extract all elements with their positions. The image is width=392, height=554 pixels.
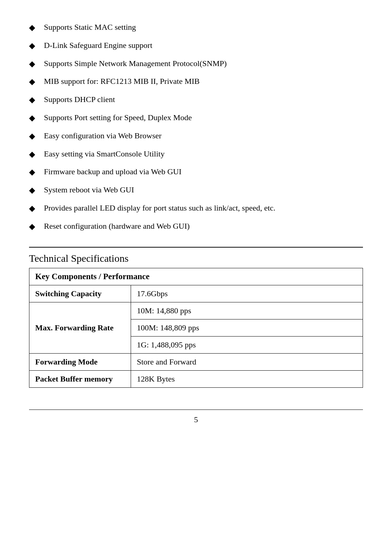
bullet-diamond-icon: ◆ [29, 76, 35, 87]
bullet-text: Easy configuration via Web Browser [44, 130, 363, 142]
row-value: Store and Forward [131, 353, 363, 370]
list-item: ◆Easy configuration via Web Browser [29, 130, 363, 142]
bullet-diamond-icon: ◆ [29, 149, 35, 160]
table-row: Packet Buffer memory128K Bytes [29, 370, 363, 387]
bullet-diamond-icon: ◆ [29, 58, 35, 70]
section-title: Technical Specifications [29, 247, 363, 264]
row-value: 10M: 14,880 pps [131, 302, 363, 319]
bullet-text: Easy setting via SmartConsole Utility [44, 148, 363, 160]
bullet-text: Supports Static MAC setting [44, 22, 363, 33]
bullet-text: Supports Port setting for Speed, Duplex … [44, 112, 363, 123]
bullet-text: Provides parallel LED display for port s… [44, 203, 363, 214]
bullet-diamond-icon: ◆ [29, 131, 35, 142]
row-value: 100M: 148,809 pps [131, 319, 363, 336]
row-label: Forwarding Mode [29, 353, 131, 370]
list-item: ◆Firmware backup and upload via Web GUI [29, 166, 363, 178]
specs-table: Key Components / Performance Switching C… [29, 268, 363, 388]
list-item: ◆Supports DHCP client [29, 94, 363, 106]
bullet-text: Reset configuration (hardware and Web GU… [44, 221, 363, 232]
bullet-text: Firmware backup and upload via Web GUI [44, 166, 363, 178]
row-label: Max. Forwarding Rate [29, 302, 131, 353]
table-row: Switching Capacity17.6Gbps [29, 285, 363, 302]
page-footer: 5 [29, 410, 363, 424]
bullet-diamond-icon: ◆ [29, 40, 35, 52]
page-number: 5 [194, 415, 198, 424]
row-value: 128K Bytes [131, 370, 363, 387]
row-value: 1G: 1,488,095 pps [131, 336, 363, 353]
row-label: Switching Capacity [29, 285, 131, 302]
table-header: Key Components / Performance [29, 268, 363, 285]
bullet-diamond-icon: ◆ [29, 221, 35, 232]
list-item: ◆Reset configuration (hardware and Web G… [29, 221, 363, 232]
bullet-diamond-icon: ◆ [29, 203, 35, 214]
table-row: Forwarding ModeStore and Forward [29, 353, 363, 370]
bullet-text: Supports DHCP client [44, 94, 363, 105]
bullet-diamond-icon: ◆ [29, 22, 35, 33]
row-value: 17.6Gbps [131, 285, 363, 302]
bullet-diamond-icon: ◆ [29, 113, 35, 124]
bullet-text: MIB support for: RFC1213 MIB II, Private… [44, 76, 363, 87]
bullet-diamond-icon: ◆ [29, 185, 35, 196]
list-item: ◆D-Link Safeguard Engine support [29, 40, 363, 52]
list-item: ◆MIB support for: RFC1213 MIB II, Privat… [29, 76, 363, 87]
feature-list: ◆Supports Static MAC setting◆D-Link Safe… [29, 22, 363, 232]
list-item: ◆Supports Static MAC setting [29, 22, 363, 33]
bullet-text: System reboot via Web GUI [44, 184, 363, 196]
table-row: Max. Forwarding Rate10M: 14,880 pps [29, 302, 363, 319]
list-item: ◆Provides parallel LED display for port … [29, 203, 363, 214]
list-item: ◆System reboot via Web GUI [29, 184, 363, 196]
bullet-diamond-icon: ◆ [29, 167, 35, 178]
bullet-diamond-icon: ◆ [29, 94, 35, 106]
list-item: ◆Supports Port setting for Speed, Duplex… [29, 112, 363, 124]
bullet-text: Supports Simple Network Management Proto… [44, 58, 363, 69]
bullet-text: D-Link Safeguard Engine support [44, 40, 363, 51]
row-label: Packet Buffer memory [29, 370, 131, 387]
list-item: ◆Easy setting via SmartConsole Utility [29, 148, 363, 160]
list-item: ◆Supports Simple Network Management Prot… [29, 58, 363, 70]
